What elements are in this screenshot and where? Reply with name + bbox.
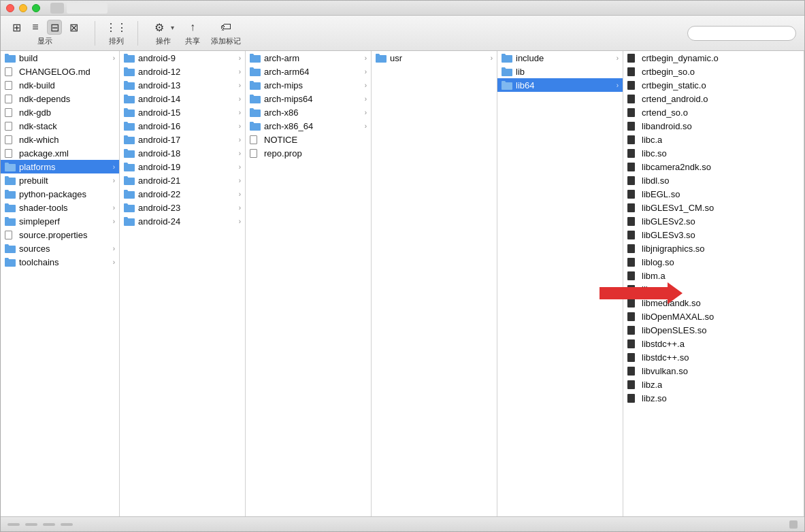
- list-item[interactable]: libOpenSLES.so: [623, 323, 804, 337]
- list-item[interactable]: arch-x86›: [246, 105, 371, 119]
- list-item[interactable]: android-24›: [120, 214, 245, 228]
- list-item[interactable]: crtbegin_so.o: [623, 65, 804, 78]
- list-item[interactable]: libcamera2ndk.so: [623, 160, 804, 173]
- arrange-icon[interactable]: ⋮⋮: [109, 20, 124, 35]
- resize-handle-4[interactable]: [61, 523, 73, 526]
- list-item[interactable]: android-14›: [120, 92, 245, 105]
- list-item[interactable]: libOpenMAXAL.so: [623, 310, 804, 323]
- chevron-icon: ›: [239, 68, 241, 76]
- list-item[interactable]: arch-mips›: [246, 78, 371, 92]
- list-item[interactable]: NOTICE: [246, 133, 371, 146]
- list-item[interactable]: libm.so: [623, 282, 804, 296]
- list-item[interactable]: crtend_so.o: [623, 105, 804, 119]
- list-item[interactable]: ndk-which: [1, 133, 119, 146]
- resize-handle-3[interactable]: [43, 523, 55, 526]
- list-item[interactable]: android-18›: [120, 146, 245, 160]
- tab-inactive[interactable]: [67, 3, 108, 14]
- list-item[interactable]: prebuilt›: [1, 173, 119, 187]
- list-item[interactable]: CHANGELOG.md: [1, 65, 119, 78]
- list-item[interactable]: source.properties: [1, 228, 119, 242]
- list-item[interactable]: libmediandk.so: [623, 296, 804, 310]
- list-item[interactable]: package.xml: [1, 146, 119, 160]
- list-item[interactable]: libGLESv3.so: [623, 228, 804, 242]
- file-icon: [627, 352, 638, 363]
- list-item[interactable]: lib: [497, 65, 623, 78]
- file-icon: [627, 107, 638, 118]
- list-item[interactable]: libstdc++.a: [623, 337, 804, 350]
- list-item[interactable]: platforms›: [1, 160, 119, 173]
- list-item[interactable]: arch-arm64›: [246, 65, 371, 78]
- list-item[interactable]: libEGL.so: [623, 187, 804, 201]
- list-item[interactable]: libz.a: [623, 378, 804, 391]
- grid-icon[interactable]: ⊟: [47, 20, 62, 35]
- action-icon[interactable]: ⚙: [152, 20, 167, 35]
- list-item[interactable]: libandroid.so: [623, 119, 804, 133]
- list-item[interactable]: usr›: [372, 51, 497, 65]
- list-item[interactable]: ndk-build: [1, 78, 119, 92]
- list-item[interactable]: android-23›: [120, 201, 245, 214]
- list-item[interactable]: liblog.so: [623, 255, 804, 269]
- search-input[interactable]: [687, 26, 796, 41]
- list-item[interactable]: android-21›: [120, 173, 245, 187]
- cover-flow-icon[interactable]: ⊠: [66, 20, 81, 35]
- list-item[interactable]: android-15›: [120, 105, 245, 119]
- list-item[interactable]: ndk-depends: [1, 92, 119, 105]
- list-item[interactable]: ndk-stack: [1, 119, 119, 133]
- item-label: NOTICE: [264, 135, 297, 145]
- chevron-icon: ›: [239, 54, 241, 62]
- list-item[interactable]: repo.prop: [246, 146, 371, 160]
- item-label: usr: [390, 53, 402, 63]
- chevron-icon: ›: [239, 177, 241, 184]
- close-button[interactable]: [6, 4, 14, 12]
- list-item[interactable]: libz.so: [623, 391, 804, 405]
- list-item[interactable]: ndk-gdb: [1, 105, 119, 119]
- list-item[interactable]: libdl.so: [623, 173, 804, 187]
- resize-handle-2[interactable]: [25, 523, 37, 526]
- list-item[interactable]: libGLESv2.so: [623, 214, 804, 228]
- folder-icon: [124, 107, 135, 118]
- list-item[interactable]: crtbegin_dynamic.o: [623, 51, 804, 65]
- list-item[interactable]: shader-tools›: [1, 201, 119, 214]
- list-item[interactable]: android-13›: [120, 78, 245, 92]
- tab-active[interactable]: [50, 3, 64, 14]
- tag-icon[interactable]: 🏷: [218, 20, 233, 35]
- list-item[interactable]: libjnigraphics.so: [623, 242, 804, 255]
- list-item[interactable]: android-16›: [120, 119, 245, 133]
- list-item[interactable]: toolchains›: [1, 255, 119, 269]
- maximize-button[interactable]: [32, 4, 40, 12]
- list-item[interactable]: libstdc++.so: [623, 350, 804, 364]
- list-item[interactable]: libc.so: [623, 146, 804, 160]
- list-item[interactable]: libvulkan.so: [623, 364, 804, 378]
- list-item[interactable]: include›: [497, 51, 623, 65]
- file-icon: [627, 134, 638, 145]
- resize-handle[interactable]: [7, 523, 20, 526]
- list-item[interactable]: android-17›: [120, 133, 245, 146]
- file-icon: [627, 161, 638, 172]
- list-item[interactable]: crtbegin_static.o: [623, 78, 804, 92]
- list-item[interactable]: android-9›: [120, 51, 245, 65]
- folder-icon: [5, 52, 16, 63]
- list-item[interactable]: crtend_android.o: [623, 92, 804, 105]
- list-item[interactable]: arch-arm›: [246, 51, 371, 65]
- list-item[interactable]: arch-x86_64›: [246, 119, 371, 133]
- file-icon: [627, 325, 638, 335]
- list-item[interactable]: android-19›: [120, 160, 245, 173]
- list-item[interactable]: build›: [1, 51, 119, 65]
- minimize-button[interactable]: [19, 4, 27, 12]
- share-icon[interactable]: ↑: [185, 20, 200, 35]
- resize-corner[interactable]: [789, 520, 798, 529]
- list-item[interactable]: lib64›: [497, 78, 623, 92]
- list-item[interactable]: python-packages: [1, 187, 119, 201]
- list-item[interactable]: sources›: [1, 242, 119, 255]
- list-item[interactable]: android-22›: [120, 187, 245, 201]
- list-item[interactable]: arch-mips64›: [246, 92, 371, 105]
- list-item[interactable]: android-12›: [120, 65, 245, 78]
- list-item[interactable]: libm.a: [623, 269, 804, 282]
- list-item[interactable]: libc.a: [623, 133, 804, 146]
- list-item[interactable]: libGLESv1_CM.so: [623, 201, 804, 214]
- item-label: prebuilt: [19, 176, 48, 186]
- columns-icon[interactable]: ≡: [28, 20, 43, 35]
- file-icon: [627, 80, 638, 90]
- list-item[interactable]: simpleperf›: [1, 214, 119, 228]
- list-icon[interactable]: ⊞: [9, 20, 24, 35]
